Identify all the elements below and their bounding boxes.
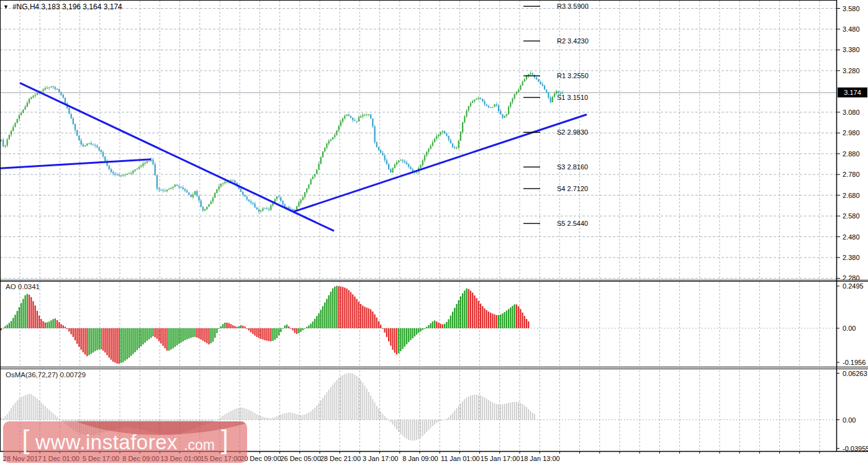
price-axis-label: 2.480	[843, 233, 860, 241]
osma-indicator-label: OsMA(36,72,27) 0.00729	[6, 371, 86, 379]
ao-indicator-label: AO 0.0341	[6, 283, 40, 290]
grid-lines	[0, 1, 836, 450]
price-axis-label: 3.280	[843, 67, 860, 74]
time-axis-label: 11 Jan 01:00	[441, 455, 480, 462]
watermark-url: www.instaforex	[35, 431, 178, 454]
panel-borders	[0, 0, 868, 452]
price-axis[interactable]: 3.5803.4803.3803.2803.0802.9802.8802.780…	[836, 5, 860, 282]
indicator-axis-label: 0.06263	[843, 370, 867, 377]
time-axis-label: 15 Jan 17:00	[481, 455, 520, 462]
current-price-tag: 3.174	[838, 87, 867, 97]
indicator-axis-label: 0.00	[843, 416, 856, 424]
price-axis-label: 2.580	[843, 212, 860, 220]
pivot-label: S4 2.7120	[557, 185, 588, 192]
mt4-chart-window: R3 3.5900R2 3.4230R1 3.2550S1 3.1510S2 2…	[0, 0, 868, 466]
watermark-url-tld: .com	[184, 431, 215, 454]
indicator-axis-label: 0.00	[843, 325, 856, 332]
chart-title-bar: ▼ #NG,H4 3,183 3,196 3,164 3,174	[3, 2, 122, 11]
price-axis-label: 2.380	[843, 254, 860, 261]
time-axis-label: 18 Jan 13:00	[520, 455, 560, 462]
pivot-levels: R3 3.5900R2 3.4230R1 3.2550S1 3.1510S2 2…	[523, 2, 589, 227]
price-axis-label: 3.080	[843, 109, 860, 116]
symbol-ohlc-title: #NG,H4 3,183 3,196 3,164 3,174	[12, 2, 122, 11]
price-axis-label: 3.480	[843, 25, 860, 33]
pivot-label: R1 3.2550	[557, 72, 589, 79]
pivot-label: S5 2.5440	[557, 220, 588, 227]
time-axis-label: 26 Dec 05:00	[280, 455, 320, 462]
indicator-axis-label: 0.2495	[843, 282, 864, 290]
price-axis-label: 2.780	[843, 171, 860, 178]
time-axis-label: 3 Jan 17:00	[363, 455, 399, 462]
pivot-label: S1 3.1510	[557, 94, 588, 101]
price-axis-label: 2.280	[843, 274, 860, 282]
pivot-label: S3 2.8160	[557, 163, 588, 171]
price-axis-label: 3.580	[843, 5, 860, 12]
chart-canvas[interactable]: R3 3.5900R2 3.4230R1 3.2550S1 3.1510S2 2…	[0, 0, 868, 466]
indicator-axis-label: -0.1956	[843, 359, 866, 366]
watermark-bracket-left: [	[22, 427, 29, 453]
watermark-bracket-right: ]	[221, 427, 228, 453]
pivot-label: R3 3.5900	[557, 2, 589, 10]
indicator-axis-label: -0.03955	[843, 445, 868, 452]
pivot-label: R2 3.4230	[557, 37, 589, 45]
price-axis-label: 2.680	[843, 192, 860, 199]
instaforex-watermark: [ www.instaforex .com ]	[3, 421, 247, 463]
symbol-menu-arrow-icon[interactable]: ▼	[3, 4, 9, 10]
time-axis-label: 28 Dec 21:00	[320, 455, 361, 462]
time-axis-label: 8 Jan 09:00	[402, 455, 438, 462]
price-axis-label: 2.980	[843, 129, 860, 137]
pivot-label: S2 2.9830	[557, 128, 588, 136]
price-axis-label: 2.880	[843, 150, 860, 158]
price-axis-label: 3.380	[843, 46, 860, 53]
